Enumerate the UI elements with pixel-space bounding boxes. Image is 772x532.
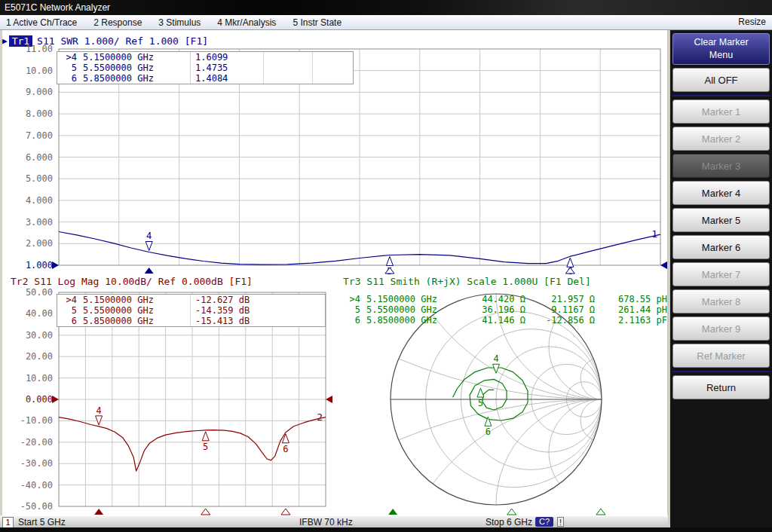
y-axis-label: 20.00 <box>6 351 53 362</box>
marker-table-cell: 5 <box>342 304 360 315</box>
softkey-marker-2[interactable]: Marker 2 <box>672 127 770 151</box>
menu-item-3[interactable]: 3 Stimulus <box>158 17 201 28</box>
bottom-strip <box>0 527 772 532</box>
marker-table-cell: -15.413 dB <box>190 316 325 326</box>
y-axis-label: -40.00 <box>6 480 53 491</box>
tr1-header: S11 SWR 1.000/ Ref 1.000 [F1] <box>37 35 208 47</box>
marker-glyph[interactable] <box>96 416 103 425</box>
y-axis-label: 10.00 <box>6 373 53 384</box>
softkey-marker-3[interactable]: Marker 3 <box>672 154 770 178</box>
marker-stimulus <box>201 509 210 515</box>
marker-number: 5 <box>478 398 483 408</box>
marker-table-row: 65.8500000 GHz41.146 Ω-12.856 Ω2.1163 pF <box>342 315 667 326</box>
softkey-menu-title: Clear Marker Menu <box>672 33 770 65</box>
softkey-marker-8[interactable]: Marker 8 <box>672 289 770 313</box>
softkey-separator <box>672 95 770 96</box>
tr2-marker-table: >45.1500000 GHz-12.627 dB55.5500000 GHz-… <box>57 294 326 327</box>
marker-table-cell: 2.1163 pF <box>595 315 667 326</box>
marker-table-cell: 36.196 Ω <box>459 304 525 315</box>
marker-table-cell: 1.6099 <box>190 52 263 63</box>
softkey-ref-marker[interactable]: Ref Marker <box>672 344 770 368</box>
status-bar: 1 Start 5 GHz IFBW 70 kHz Stop 6 GHz C? … <box>0 515 668 527</box>
y-axis-label: 7.000 <box>6 130 53 141</box>
marker-table-cell: -12.627 dB <box>190 295 325 305</box>
marker-glyph[interactable] <box>282 434 289 443</box>
marker-table-cell: 41.146 Ω <box>459 315 525 326</box>
softkey-marker-1[interactable]: Marker 1 <box>672 99 770 124</box>
marker-glyph[interactable] <box>493 364 500 373</box>
y-axis-label: -30.00 <box>6 458 53 469</box>
marker-table-row: 55.5500000 GHz-14.359 dB <box>57 305 325 316</box>
alert-indicator: ! <box>557 517 564 527</box>
smith-reactance-arc <box>391 399 668 515</box>
smith-chart: 456 <box>74 30 668 515</box>
y-axis-label: 3.000 <box>6 217 53 228</box>
y-axis-label: 4.000 <box>6 195 53 206</box>
marker-table-cell <box>263 73 312 84</box>
menu-item-4[interactable]: 4 Mkr/Analysis <box>217 17 276 28</box>
tr3-header: Tr3 S11 Smith (R+jX) Scale 1.000U [F1 De… <box>343 276 591 287</box>
y-axis-label: 8.000 <box>6 109 53 119</box>
softkey-marker-7[interactable]: Marker 7 <box>672 262 770 286</box>
marker-table-cell: 6 <box>57 316 77 326</box>
marker-table-cell: 21.957 Ω <box>525 294 595 304</box>
menu-item-1[interactable]: 1 Active Ch/Trace <box>6 17 77 28</box>
marker-table-cell <box>263 52 312 63</box>
marker-glyph[interactable] <box>202 432 209 441</box>
marker-table-cell: 5.8500000 GHz <box>77 316 190 326</box>
menu-bar-items: 1 Active Ch/Trace2 Response3 Stimulus4 M… <box>0 17 342 28</box>
softkey-marker-9[interactable]: Marker 9 <box>672 316 770 341</box>
correction-status-badge: C? <box>535 517 553 527</box>
marker-table-cell: 5.5500000 GHz <box>77 63 190 73</box>
marker-table-cell: 44.420 Ω <box>459 294 525 304</box>
softkey-all-off[interactable]: All OFF <box>672 68 770 92</box>
trace-line <box>453 368 528 420</box>
menu-item-2[interactable]: 2 Response <box>93 17 142 28</box>
marker-glyph[interactable] <box>477 388 484 397</box>
marker-table-cell: -14.359 dB <box>190 305 325 316</box>
tr2-header: Tr2 S11 Log Mag 10.00dB/ Ref 0.000dB [F1… <box>11 276 253 287</box>
y-axis-label: 11.00 <box>6 44 53 54</box>
marker-glyph[interactable] <box>386 256 393 265</box>
tr3-marker-table: >45.1500000 GHz44.420 Ω21.957 Ω678.55 pH… <box>342 294 667 326</box>
softkey-marker-5[interactable]: Marker 5 <box>672 208 770 232</box>
softkey-separator <box>672 371 770 372</box>
marker-table-row: 65.8500000 GHz-15.413 dB <box>57 316 325 326</box>
marker-table-cell: 1.4084 <box>190 73 263 84</box>
menu-item-5[interactable]: 5 Instr State <box>293 17 342 28</box>
softkey-menu-title-line2: Menu <box>709 49 733 62</box>
marker-table-cell: 5.1500000 GHz <box>360 294 459 304</box>
ref-level-arrow-right <box>660 261 667 269</box>
softkey-marker-4[interactable]: Marker 4 <box>672 181 770 205</box>
softkey-marker-6[interactable]: Marker 6 <box>672 235 770 259</box>
smith-reactance-arc <box>549 399 654 505</box>
marker-table-cell: 5 <box>57 305 77 316</box>
y-axis-label: 1.000 <box>6 260 53 271</box>
marker-stimulus-active <box>145 268 154 274</box>
smith-reactance-arc <box>391 30 668 399</box>
marker-number: 4 <box>146 231 152 241</box>
softkey-return[interactable]: Return <box>672 375 770 399</box>
trace-number: 2 <box>317 411 323 423</box>
y-axis-label: -50.00 <box>6 501 53 512</box>
stop-frequency-label: Stop 6 GHz <box>486 517 532 527</box>
marker-table-cell: 5.1500000 GHz <box>77 52 190 63</box>
y-axis-label: 50.00 <box>6 287 53 298</box>
marker-table-row: 55.5500000 GHz36.196 Ω9.1167 Ω261.44 pH <box>342 304 667 315</box>
window-title: E5071C Network Analyzer <box>5 2 110 13</box>
marker-glyph[interactable] <box>146 241 152 250</box>
title-bar: E5071C Network Analyzer <box>0 0 772 15</box>
y-axis-label: -10.00 <box>6 415 53 426</box>
marker-table-cell: 5.8500000 GHz <box>360 315 459 326</box>
marker-table-cell: 6 <box>342 315 360 326</box>
y-axis-label: 30.00 <box>6 330 53 341</box>
marker-table-row: >45.1500000 GHz-12.627 dB <box>57 295 325 305</box>
marker-number: 4 <box>493 353 498 364</box>
marker-stimulus <box>596 509 605 515</box>
resize-menu-item[interactable]: Resize <box>738 15 766 29</box>
marker-table-cell: 5 <box>57 63 77 73</box>
marker-table-cell: 5.8500000 GHz <box>77 73 190 84</box>
marker-number: 5 <box>203 442 208 452</box>
marker-table-row: 55.5500000 GHz1.4735 <box>57 63 353 73</box>
app-window: E5071C Network Analyzer 1 Active Ch/Trac… <box>0 0 772 532</box>
